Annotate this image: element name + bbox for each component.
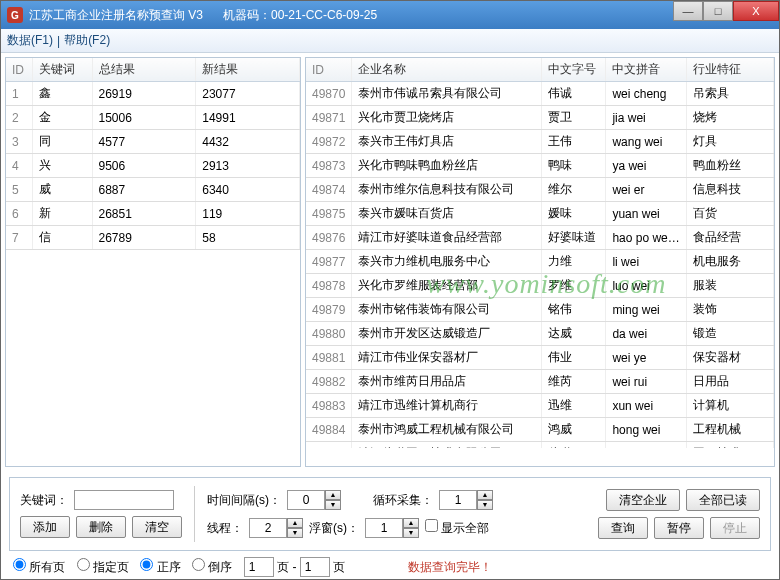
thread-up[interactable]: ▲: [287, 518, 303, 528]
table-row[interactable]: 49872泰兴市王伟灯具店王伟wang wei灯具: [306, 130, 774, 154]
table-row[interactable]: 2金1500614991: [6, 106, 300, 130]
column-header[interactable]: 总结果: [92, 58, 196, 82]
table-row[interactable]: 3同45774432: [6, 130, 300, 154]
table-row[interactable]: 49885靖江伟道工程技术有限公司伟道wei dao工程技术: [306, 442, 774, 449]
table-row[interactable]: 49877泰兴市力维机电服务中心力维li wei机电服务: [306, 250, 774, 274]
status-message: 数据查询完毕！: [408, 560, 492, 574]
keyword-table: ID关键词总结果新结果 1鑫26919230772金15006149913同45…: [6, 58, 300, 250]
menu-data[interactable]: 数据(F1): [7, 32, 53, 49]
enterprise-table-pane: ID企业名称中文字号中文拼音行业特征 49870泰州市伟诚吊索具有限公司伟诚we…: [305, 57, 775, 467]
column-header[interactable]: 企业名称: [352, 58, 542, 82]
window-title: 江苏工商企业注册名称预查询 V3: [29, 7, 203, 24]
loop-label: 循环采集：: [373, 492, 433, 509]
spec-page-radio[interactable]: 指定页: [77, 560, 129, 574]
all-read-button[interactable]: 全部已读: [686, 489, 760, 511]
float-input[interactable]: [365, 518, 403, 538]
table-row[interactable]: 49875泰兴市媛味百货店媛味yuan wei百货: [306, 202, 774, 226]
table-row[interactable]: 49878兴化市罗维服装经营部罗维luo wei服装: [306, 274, 774, 298]
column-header[interactable]: 中文字号: [542, 58, 606, 82]
page-from-input[interactable]: [244, 557, 274, 577]
table-row[interactable]: 49884泰州市鸿威工程机械有限公司鸿威hong wei工程机械: [306, 418, 774, 442]
column-header[interactable]: 行业特征: [686, 58, 773, 82]
enterprise-table: ID企业名称中文字号中文拼音行业特征 49870泰州市伟诚吊索具有限公司伟诚we…: [306, 58, 774, 448]
app-icon: G: [7, 7, 23, 23]
query-button[interactable]: 查询: [598, 517, 648, 539]
table-row[interactable]: 49870泰州市伟诚吊索具有限公司伟诚wei cheng吊索具: [306, 82, 774, 106]
thread-label: 线程：: [207, 520, 243, 537]
add-button[interactable]: 添加: [20, 516, 70, 538]
float-label: 浮窗(s)：: [309, 520, 359, 537]
column-header[interactable]: ID: [306, 58, 352, 82]
table-row[interactable]: 49880泰州市开发区达威锻造厂达威da wei锻造: [306, 322, 774, 346]
page-to-input[interactable]: [300, 557, 330, 577]
pause-button[interactable]: 暂停: [654, 517, 704, 539]
maximize-button[interactable]: □: [703, 1, 733, 21]
table-row[interactable]: 49879泰州市铭伟装饰有限公司铭伟ming wei装饰: [306, 298, 774, 322]
table-row[interactable]: 7信2678958: [6, 226, 300, 250]
column-header[interactable]: ID: [6, 58, 32, 82]
loop-up[interactable]: ▲: [477, 490, 493, 500]
table-row[interactable]: 4兴95062913: [6, 154, 300, 178]
show-all-checkbox[interactable]: 显示全部: [425, 519, 489, 537]
control-panel: 关键词： 添加 删除 清空 时间间隔(s)： ▲▼ 循环采集： ▲▼ 清空企业 …: [9, 477, 771, 551]
float-down[interactable]: ▼: [403, 528, 419, 538]
desc-radio[interactable]: 倒序: [192, 560, 232, 574]
all-pages-radio[interactable]: 所有页: [13, 560, 65, 574]
delete-button[interactable]: 删除: [76, 516, 126, 538]
interval-up[interactable]: ▲: [325, 490, 341, 500]
menu-help[interactable]: 帮助(F2): [64, 32, 110, 49]
column-header[interactable]: 中文拼音: [606, 58, 686, 82]
asc-radio[interactable]: 正序: [140, 560, 180, 574]
table-row[interactable]: 49873兴化市鸭味鸭血粉丝店鸭味ya wei鸭血粉丝: [306, 154, 774, 178]
column-header[interactable]: 关键词: [32, 58, 92, 82]
table-row[interactable]: 49871兴化市贾卫烧烤店贾卫jia wei烧烤: [306, 106, 774, 130]
minimize-button[interactable]: —: [673, 1, 703, 21]
keyword-label: 关键词：: [20, 492, 68, 509]
keyword-input[interactable]: [74, 490, 174, 510]
loop-down[interactable]: ▼: [477, 500, 493, 510]
float-up[interactable]: ▲: [403, 518, 419, 528]
interval-label: 时间间隔(s)：: [207, 492, 281, 509]
thread-down[interactable]: ▼: [287, 528, 303, 538]
clear-keyword-button[interactable]: 清空: [132, 516, 182, 538]
keyword-table-pane: ID关键词总结果新结果 1鑫26919230772金15006149913同45…: [5, 57, 301, 467]
table-row[interactable]: 49882泰州市维芮日用品店维芮wei rui日用品: [306, 370, 774, 394]
table-row[interactable]: 49874泰州市维尔信息科技有限公司维尔wei er信息科技: [306, 178, 774, 202]
thread-input[interactable]: [249, 518, 287, 538]
loop-input[interactable]: [439, 490, 477, 510]
table-row[interactable]: 1鑫2691923077: [6, 82, 300, 106]
stop-button[interactable]: 停止: [710, 517, 760, 539]
interval-input[interactable]: [287, 490, 325, 510]
column-header[interactable]: 新结果: [196, 58, 300, 82]
close-button[interactable]: X: [733, 1, 779, 21]
interval-down[interactable]: ▼: [325, 500, 341, 510]
clear-enterprise-button[interactable]: 清空企业: [606, 489, 680, 511]
table-row[interactable]: 49883靖江市迅维计算机商行迅维xun wei计算机: [306, 394, 774, 418]
table-row[interactable]: 5威68876340: [6, 178, 300, 202]
title-bar: G 江苏工商企业注册名称预查询 V3 机器码：00-21-CC-C6-09-25…: [1, 1, 779, 29]
table-row[interactable]: 49881靖江市伟业保安器材厂伟业wei ye保安器材: [306, 346, 774, 370]
menu-bar: 数据(F1) | 帮助(F2): [1, 29, 779, 53]
machine-code: 机器码：00-21-CC-C6-09-25: [223, 7, 673, 24]
table-row[interactable]: 49876靖江市好婆味道食品经营部好婆味道hao po we…食品经营: [306, 226, 774, 250]
table-row[interactable]: 6新26851119: [6, 202, 300, 226]
